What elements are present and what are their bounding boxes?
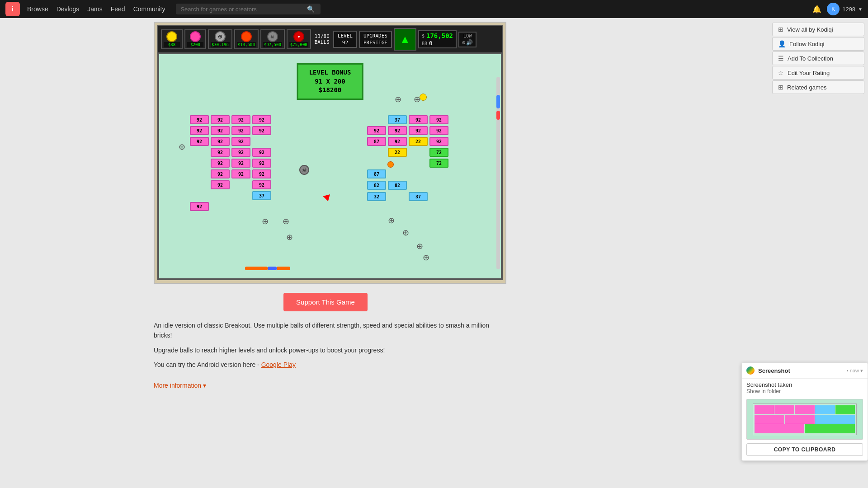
edit-rating-button[interactable]: ☆ Edit Your Rating	[772, 66, 864, 80]
nav-community[interactable]: Community	[133, 5, 165, 13]
ball-orange	[387, 161, 394, 168]
game-canvas[interactable]: LEVEL BONUS 91 X 200 $18200 92 92 92 92 …	[158, 53, 502, 279]
brick: 92	[388, 126, 407, 135]
main-area: $38 $200 ⊕ $30,196 $13,500	[0, 18, 506, 399]
hud-bar: $38 $200 ⊕ $30,196 $13,500	[158, 26, 502, 53]
right-sidebar: ⊞ View all by Kodiqi 👤 Follow Kodiqi ☰ A…	[769, 18, 868, 99]
notif-taken: Screenshot taken	[746, 381, 863, 388]
money-symbol: $	[422, 33, 425, 38]
upgrades-prestige-button[interactable]: UPGRADES PRESTIGE	[359, 31, 392, 48]
search-input[interactable]	[180, 6, 307, 13]
brick: 87	[367, 169, 386, 178]
search-bar[interactable]: 🔍	[176, 4, 321, 14]
quality-settings[interactable]: LOW ⚙ 🔊	[458, 32, 476, 47]
plus-sign: ⊕	[412, 95, 421, 104]
brick: 82	[388, 181, 407, 190]
ball-slot-3[interactable]: ⊕ $30,196	[208, 29, 232, 49]
brick: 92	[252, 169, 271, 178]
ball-slot-2[interactable]: $200	[184, 29, 206, 49]
page-content: $38 $200 ⊕ $30,196 $13,500	[0, 18, 868, 399]
notif-preview	[742, 397, 868, 443]
ball-slot-5[interactable]: ☠ $97,500	[260, 29, 285, 49]
nav-feed[interactable]: Feed	[111, 5, 125, 13]
brick: 82	[367, 181, 386, 190]
brick: 92	[211, 126, 230, 135]
balls-count: 13/80	[315, 33, 330, 39]
ball-price-4: $13,500	[237, 42, 256, 47]
upgrades-label: UPGRADES	[363, 33, 387, 39]
plus-sign: ⊕	[421, 253, 430, 262]
ball-skull: ☠	[299, 165, 309, 175]
follow-button[interactable]: 👤 Follow Kodiqi	[772, 37, 864, 51]
prestige-label: PRESTIGE	[363, 39, 387, 46]
brick: 32	[367, 192, 386, 201]
money-value: 176,502	[426, 32, 453, 39]
related-games-button[interactable]: ⊞ Related games	[772, 80, 864, 94]
ball-price-1: $38	[164, 42, 180, 47]
brick: 72	[429, 148, 448, 157]
support-game-button[interactable]: Support This Game	[283, 293, 368, 311]
nav-jams[interactable]: Jams	[87, 5, 102, 13]
brick: 92	[231, 148, 250, 157]
brick: 92	[190, 115, 209, 124]
notif-show: Show in folder	[746, 388, 863, 394]
follow-icon: 👤	[778, 40, 786, 47]
notif-thumbnail	[746, 399, 863, 440]
game-desc-3: You can try the Android version here - G…	[154, 360, 497, 370]
chevron-icon: ▾	[203, 382, 206, 389]
avatar: K	[827, 3, 840, 15]
ball-price-2: $200	[187, 42, 203, 47]
nav-browse[interactable]: Browse	[27, 5, 48, 13]
nav-devlogs[interactable]: Devlogs	[57, 5, 80, 13]
brick: 92	[409, 126, 428, 135]
brick: 92	[252, 126, 271, 135]
plus-sign: ⊕	[177, 142, 186, 151]
copy-to-clipboard-button[interactable]: COPY TO CLIPBOARD	[746, 443, 863, 456]
ball-slot-1[interactable]: $38	[161, 29, 183, 49]
brick: 92	[429, 115, 448, 124]
screenshot-notification: Screenshot • now ▾ Screenshot taken Show…	[741, 362, 868, 461]
brick: 92	[252, 148, 271, 157]
gear-icon[interactable]: ⚙	[462, 39, 465, 46]
google-play-link[interactable]: Google Play	[261, 361, 296, 368]
brick: 92	[211, 180, 230, 189]
site-logo[interactable]: i	[5, 2, 20, 16]
cursor	[323, 192, 332, 201]
more-info-label: More information	[154, 382, 201, 389]
brick: 22	[409, 137, 428, 146]
quality-label: LOW	[463, 33, 472, 38]
notif-time: • now ▾	[847, 368, 863, 374]
rank-icon: ▲	[394, 28, 416, 51]
brick: 22	[388, 148, 407, 157]
brick: 92	[231, 169, 250, 178]
brick: 92	[190, 137, 209, 146]
brick: 37	[388, 115, 407, 124]
ball-price-3: $30,196	[211, 42, 230, 47]
chrome-icon	[746, 366, 755, 375]
ball-slot-6[interactable]: ✦ $75,000	[287, 29, 311, 49]
balls-counter: 13/80 BALLS	[315, 33, 330, 45]
bell-icon[interactable]: 🔔	[812, 5, 821, 14]
brick: 92	[409, 115, 428, 124]
game-scrollbar[interactable]	[496, 77, 500, 269]
related-icon: ⊞	[778, 84, 783, 91]
brick: 37	[409, 192, 428, 201]
more-info-link[interactable]: More information ▾	[154, 382, 206, 389]
brick: 92	[211, 148, 230, 157]
paddle-orange	[245, 267, 268, 270]
add-collection-button[interactable]: ☰ Add To Collection	[772, 52, 864, 65]
ball-slot-4[interactable]: $13,500	[234, 29, 259, 49]
username: 1298	[842, 6, 855, 13]
brick: 92	[211, 137, 230, 146]
scrollbar-thumb-blue	[496, 95, 500, 108]
settings-icons: ⚙ 🔊	[462, 39, 473, 46]
brick: 92	[231, 159, 250, 168]
sound-icon[interactable]: 🔊	[466, 39, 473, 46]
balls-label: BALLS	[315, 39, 330, 45]
edit-rating-label: Edit Your Rating	[788, 70, 830, 76]
user-avatar-area[interactable]: K 1298 ▼	[827, 3, 863, 15]
view-all-button[interactable]: ⊞ View all by Kodiqi	[772, 23, 864, 36]
paddle-orange2	[277, 267, 290, 270]
level-bonus-banner: LEVEL BONUS 91 X 200 $18200	[297, 63, 363, 100]
view-all-label: View all by Kodiqi	[787, 26, 833, 33]
